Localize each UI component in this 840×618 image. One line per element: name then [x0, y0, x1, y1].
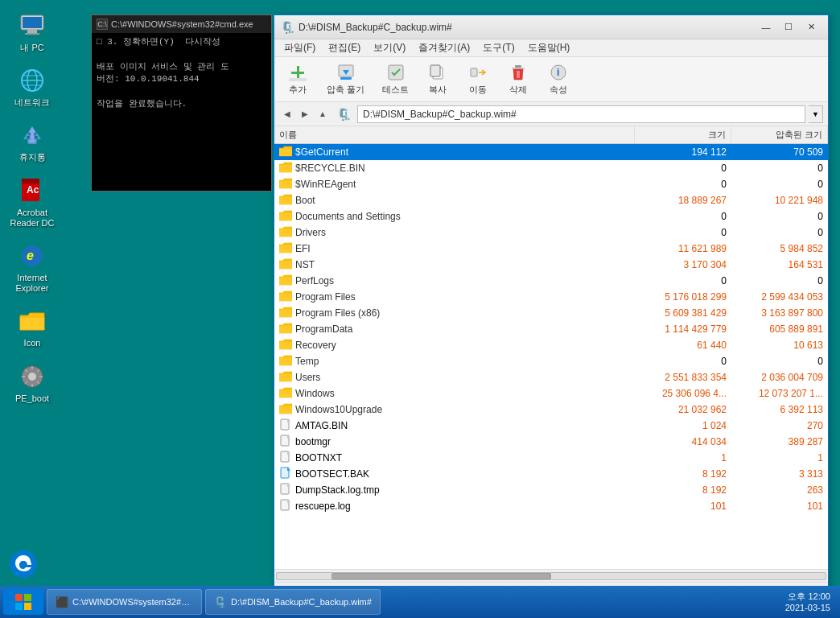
table-row[interactable]: DumpStack.log.tmp8 192263 — [274, 482, 828, 498]
svg-rect-10 — [22, 179, 39, 183]
table-row[interactable]: rescuepe.log101101 — [274, 498, 828, 514]
cmd-titlebar[interactable]: C:\ C:\#WINDOWS#system32#cmd.exe — [92, 15, 271, 33]
edge-icon-area[interactable] — [8, 549, 39, 579]
network-icon — [18, 66, 47, 95]
toolbar-test-button[interactable]: 테스트 — [375, 60, 416, 99]
table-row[interactable]: Program Files (x86)5 609 381 4293 163 89… — [274, 305, 828, 321]
menu-view[interactable]: 보기(V) — [367, 39, 412, 56]
maximize-button[interactable]: ☐ — [778, 19, 799, 35]
file-icon — [279, 451, 292, 464]
address-input[interactable]: D:\#DISM_Backup#C_backup.wim# — [357, 105, 805, 123]
address-dropdown[interactable]: ▼ — [809, 105, 823, 123]
table-row[interactable]: Boot18 889 26710 221 948 — [274, 192, 828, 208]
file-type-icon — [279, 210, 292, 224]
minimize-button[interactable]: — — [756, 19, 776, 35]
file-name: $RECYCLE.BIN — [295, 163, 365, 174]
toolbar-copy-button[interactable]: 복사 — [419, 60, 456, 99]
cmd-line-5 — [97, 86, 266, 98]
table-row[interactable]: EFI11 621 9895 984 852 — [274, 241, 828, 257]
col-header-size[interactable]: 크기 — [635, 126, 731, 143]
taskbar-explorer-item[interactable]: 🗜️ D:\#DISM_Backup#C_backup.wim# — [205, 589, 381, 615]
desktop-icon-mypc[interactable]: 내 PC — [3, 8, 61, 56]
file-cell-compressed: 101 — [731, 499, 828, 513]
menu-file[interactable]: 파일(F) — [278, 39, 322, 56]
cmd-line-3: 배포 이미지 서비스 및 관리 도 — [97, 61, 266, 73]
table-row[interactable]: $WinREAgent00 — [274, 176, 828, 192]
table-row[interactable]: Windows10Upgrade21 032 9626 392 113 — [274, 402, 828, 418]
toolbar-add-button[interactable]: 추가 — [279, 60, 316, 99]
explorer-title-icon: 🗜️ — [281, 21, 294, 34]
up-button[interactable]: ▲ — [315, 105, 331, 123]
address-bar: ◀ ▶ ▲ 🗜️ D:\#DISM_Backup#C_backup.wim# ▼ — [274, 102, 828, 126]
close-button[interactable]: ✕ — [801, 19, 821, 35]
svg-rect-19 — [289, 78, 307, 81]
table-row[interactable]: Documents and Settings00 — [274, 208, 828, 225]
table-row[interactable]: Recovery61 44010 613 — [274, 337, 828, 353]
cmd-line-6: 작업을 완료했습니다. — [97, 98, 266, 110]
address-text: D:\#DISM_Backup#C_backup.wim# — [363, 109, 517, 120]
folder-icon — [279, 339, 292, 350]
file-cell-name: EFI — [274, 241, 635, 258]
table-row[interactable]: BOOTSECT.BAK8 1923 313 — [274, 466, 828, 482]
table-row[interactable]: bootmgr414 034389 287 — [274, 434, 828, 450]
table-row[interactable]: NST3 170 304164 531 — [274, 257, 828, 273]
table-row[interactable]: Users2 551 833 3542 036 004 709 — [274, 369, 828, 385]
file-cell-compressed: 0 — [731, 209, 828, 224]
table-row[interactable]: ProgramData1 114 429 779605 889 891 — [274, 321, 828, 337]
folder-icon — [279, 162, 292, 173]
desktop-icon-network[interactable]: 네트워크 — [3, 63, 61, 111]
file-name: Windows10Upgrade — [295, 404, 382, 415]
file-cell-compressed: 0 — [731, 274, 828, 288]
file-cell-compressed: 2 036 004 709 — [731, 370, 828, 385]
desktop-icon-ie[interactable]: e Internet Explorer — [3, 238, 61, 297]
add-label: 추가 — [289, 84, 307, 96]
toolbar-extract-button[interactable]: 압축 풀기 — [319, 60, 372, 99]
file-list-body[interactable]: $GetCurrent194 11270 509 $RECYCLE.BIN00 … — [274, 144, 828, 569]
table-row[interactable]: Windows25 306 096 4...12 073 207 1... — [274, 385, 828, 402]
table-row[interactable]: Program Files5 176 018 2992 599 434 053 — [274, 289, 828, 305]
file-cell-name: Drivers — [274, 225, 635, 241]
table-row[interactable]: $RECYCLE.BIN00 — [274, 160, 828, 176]
table-row[interactable]: PerfLogs00 — [274, 273, 828, 289]
taskbar-cmd-item[interactable]: ⬛ C:\#WINDOWS#system32#cmd.exe — [47, 589, 202, 615]
toolbar-move-button[interactable]: 이동 — [459, 60, 496, 99]
toolbar-delete-button[interactable]: 삭제 — [500, 60, 537, 99]
menu-edit[interactable]: 편집(E) — [322, 39, 367, 56]
table-row[interactable]: Temp00 — [274, 353, 828, 369]
svg-rect-24 — [430, 65, 440, 76]
file-type-icon — [279, 339, 292, 352]
start-button[interactable] — [3, 589, 43, 615]
desktop-icon-icon[interactable]: Icon — [3, 303, 61, 352]
back-button[interactable]: ◀ — [279, 105, 295, 123]
file-cell-size: 2 551 833 354 — [635, 370, 731, 385]
file-name: EFI — [295, 243, 311, 254]
file-name: AMTAG.BIN — [295, 420, 348, 431]
svg-rect-27 — [512, 68, 525, 69]
table-row[interactable]: $GetCurrent194 11270 509 — [274, 144, 828, 160]
col-header-compressed[interactable]: 압축된 크기 — [731, 126, 828, 143]
h-scrollbar-track[interactable] — [276, 572, 826, 580]
file-cell-size: 0 — [635, 225, 731, 240]
file-icon — [279, 435, 292, 447]
taskbar-explorer-label: D:\#DISM_Backup#C_backup.wim# — [231, 597, 372, 607]
file-cell-size: 101 — [635, 499, 731, 513]
toolbar-properties-button[interactable]: i 속성 — [540, 60, 577, 99]
h-scrollbar-thumb[interactable] — [331, 573, 551, 579]
windows-logo-icon — [14, 592, 33, 612]
desktop-icon-acrobat[interactable]: Ac Acrobat Reader DC — [3, 173, 61, 232]
file-cell-size: 1 114 429 779 — [635, 322, 731, 336]
icon-folder-icon — [18, 307, 47, 336]
menu-favorites[interactable]: 즐겨찾기(A) — [412, 39, 476, 56]
table-row[interactable]: AMTAG.BIN1 024270 — [274, 418, 828, 434]
forward-button[interactable]: ▶ — [297, 105, 313, 123]
desktop-icon-pe-boot[interactable]: PE_boot — [3, 359, 61, 407]
menu-help[interactable]: 도움말(H) — [521, 39, 577, 56]
col-header-name[interactable]: 이름 — [274, 126, 635, 143]
edge-icon — [8, 549, 39, 579]
table-row[interactable]: BOOTNXT11 — [274, 450, 828, 466]
table-row[interactable]: Drivers00 — [274, 225, 828, 241]
mypc-label: 내 PC — [20, 43, 43, 53]
cmd-icon: C:\ — [97, 19, 108, 30]
desktop-icon-recycle[interactable]: 휴지통 — [3, 117, 61, 166]
menu-tools[interactable]: 도구(T) — [476, 39, 521, 56]
